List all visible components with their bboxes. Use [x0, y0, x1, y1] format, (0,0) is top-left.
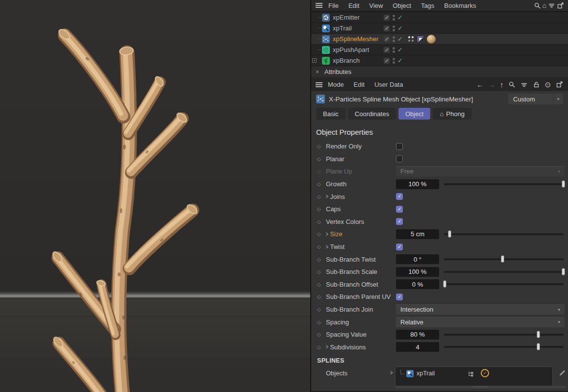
- sub-branch-offset-value-field[interactable]: 0 %: [396, 279, 439, 289]
- keyframe-diamond-icon[interactable]: [317, 319, 324, 325]
- panel-resize-handle[interactable]: [395, 386, 566, 389]
- object-row-xpemitter[interactable]: xpEmitter ✓: [311, 12, 568, 23]
- visibility-dots-icon[interactable]: [392, 35, 395, 43]
- spline-item-name[interactable]: xpTrail: [417, 370, 435, 377]
- eyedropper-icon[interactable]: [558, 369, 566, 377]
- expand-arrow-icon[interactable]: >: [390, 369, 393, 376]
- subdivisions-value-field[interactable]: 4: [396, 342, 439, 352]
- layer-toggle-icon[interactable]: [384, 36, 390, 42]
- visibility-dots-icon[interactable]: [392, 14, 395, 22]
- slider-handle[interactable]: [443, 280, 446, 288]
- keyframe-diamond-icon[interactable]: [317, 206, 324, 212]
- visibility-dots-icon[interactable]: [392, 57, 395, 65]
- enabled-check-icon[interactable]: ✓: [397, 57, 403, 64]
- sub-branch-offset-slider[interactable]: [440, 278, 565, 291]
- expand-plus-icon[interactable]: +: [312, 58, 317, 63]
- menu-tags[interactable]: Tags: [417, 2, 439, 9]
- spline-list-item-xptrail[interactable]: xpTrail ✓: [395, 368, 552, 378]
- spacing-value-slider[interactable]: [440, 328, 565, 341]
- slider-handle[interactable]: [448, 230, 451, 238]
- growth-value-field[interactable]: 100 %: [396, 179, 439, 189]
- expand-arrow-icon[interactable]: [326, 244, 328, 250]
- object-name[interactable]: xpTrail: [333, 24, 384, 32]
- enabled-check-icon[interactable]: ✓: [397, 46, 403, 53]
- up-arrow-icon[interactable]: ↑: [500, 81, 504, 88]
- menu-user-data[interactable]: User Data: [370, 81, 408, 88]
- viewport-3d[interactable]: [0, 0, 310, 392]
- sub-branch-join-dropdown[interactable]: Intersection▾: [396, 304, 565, 315]
- object-name[interactable]: xpPushApart: [333, 46, 384, 53]
- search-icon[interactable]: [534, 1, 542, 9]
- menu-bookmarks[interactable]: Bookmarks: [440, 2, 480, 9]
- close-icon[interactable]: ×: [316, 69, 319, 75]
- object-name[interactable]: xpBranch: [333, 57, 384, 64]
- menu-mode[interactable]: Mode: [323, 81, 349, 88]
- keyframe-diamond-icon[interactable]: [317, 156, 324, 162]
- slider-handle[interactable]: [562, 268, 565, 275]
- planar-checkbox[interactable]: [396, 155, 403, 162]
- panel-title[interactable]: Attributes: [324, 68, 351, 75]
- slider-handle[interactable]: [537, 331, 540, 338]
- spline-objects-listbox[interactable]: xpTrail ✓: [395, 367, 553, 386]
- sub-branch-scale-slider[interactable]: [440, 266, 565, 278]
- growth-slider[interactable]: [440, 178, 565, 191]
- subdivisions-slider[interactable]: [440, 341, 565, 354]
- object-name[interactable]: xpSplineMesher: [333, 35, 384, 43]
- sub-branch-parent-uv-checkbox[interactable]: [396, 294, 403, 300]
- expand-arrow-icon[interactable]: [326, 194, 328, 200]
- object-row-xpsplinemesher[interactable]: xpSplineMesher ✓: [311, 34, 568, 45]
- enabled-check-icon[interactable]: ✓: [397, 24, 403, 32]
- menu-view[interactable]: View: [365, 2, 387, 9]
- menu-edit[interactable]: Edit: [349, 81, 370, 88]
- menu-object[interactable]: Object: [388, 2, 416, 9]
- sub-branch-twist-slider[interactable]: [440, 253, 565, 266]
- tab-basic[interactable]: Basic: [316, 108, 346, 120]
- tab-phong[interactable]: ⌂Phong: [433, 108, 471, 120]
- slider-handle[interactable]: [537, 343, 540, 350]
- expand-arrow-icon[interactable]: [326, 344, 328, 350]
- preset-dropdown[interactable]: Custom ▾: [508, 94, 563, 104]
- vertex-colors-checkbox[interactable]: [396, 218, 403, 225]
- phong-tag-icon[interactable]: [417, 35, 424, 43]
- search-icon[interactable]: [508, 81, 516, 89]
- spacing-value-field[interactable]: 80 %: [396, 330, 439, 340]
- object-row-xpbranch[interactable]: + xpBranch ✓: [311, 55, 568, 66]
- keyframe-diamond-icon[interactable]: [317, 294, 324, 299]
- keyframe-diamond-icon[interactable]: [317, 231, 324, 237]
- tab-coordinates[interactable]: Coordinates: [348, 108, 396, 120]
- caps-checkbox[interactable]: [396, 206, 403, 213]
- layer-toggle-icon[interactable]: [384, 25, 390, 31]
- layer-toggle-icon[interactable]: [384, 15, 390, 21]
- size-slider[interactable]: [440, 228, 565, 241]
- size-value-field[interactable]: 5 cm: [396, 229, 439, 239]
- external-window-icon[interactable]: [555, 81, 563, 89]
- keyframe-diamond-icon[interactable]: [317, 181, 324, 187]
- material-tag-icon[interactable]: [427, 35, 436, 44]
- object-row-xptrail[interactable]: xpTrail ✓: [311, 23, 568, 34]
- external-window-icon[interactable]: [556, 1, 564, 9]
- layer-toggle-icon[interactable]: [384, 58, 390, 64]
- enabled-ring-check-icon[interactable]: ✓: [481, 369, 489, 377]
- keyframe-diamond-icon[interactable]: [317, 282, 324, 287]
- display-dots-tag-icon[interactable]: [408, 36, 414, 42]
- hierarchy-icon[interactable]: [467, 370, 475, 378]
- spacing-dropdown[interactable]: Relative▾: [396, 317, 565, 327]
- chevron-down-icon[interactable]: ▾: [553, 94, 563, 104]
- visibility-dots-icon[interactable]: [392, 46, 395, 54]
- target-icon[interactable]: ⊙: [544, 81, 551, 88]
- enabled-check-icon[interactable]: ✓: [397, 14, 403, 21]
- back-arrow-icon[interactable]: ←: [476, 81, 484, 88]
- home-icon[interactable]: ⌂: [543, 2, 546, 9]
- object-row-xppushapart[interactable]: xpPushApart ✓: [311, 45, 568, 55]
- hamburger-menu-icon[interactable]: [315, 81, 323, 89]
- layer-toggle-icon[interactable]: [384, 47, 390, 53]
- filter-icon[interactable]: [520, 81, 528, 89]
- menu-edit[interactable]: Edit: [344, 2, 364, 9]
- render-only-checkbox[interactable]: [396, 143, 403, 150]
- enabled-check-icon[interactable]: ✓: [397, 35, 403, 43]
- expand-arrow-icon[interactable]: [326, 231, 328, 237]
- object-name[interactable]: xpEmitter: [333, 14, 384, 21]
- sub-branch-twist-value-field[interactable]: 0 °: [396, 254, 439, 264]
- hamburger-menu-icon[interactable]: [315, 1, 323, 9]
- joins-checkbox[interactable]: [396, 193, 403, 200]
